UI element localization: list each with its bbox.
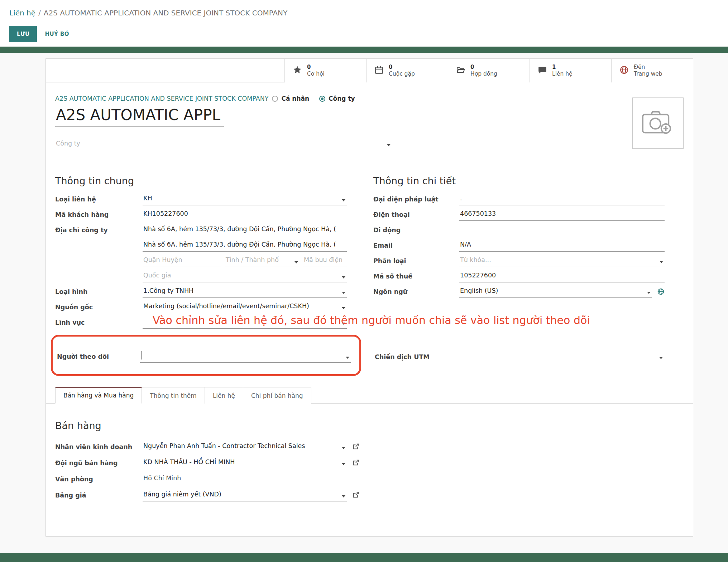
chevron-down-icon bbox=[660, 261, 663, 263]
detail-info-title: Thông tin chi tiết bbox=[373, 175, 665, 186]
pricelist-label: Bảng giá bbox=[55, 492, 143, 501]
address-street2-input[interactable]: Nhà số 6A, hẻm 135/73/3, đường Đội Cấn, … bbox=[143, 241, 347, 252]
camera-plus-icon bbox=[641, 108, 676, 138]
email-label: Email bbox=[373, 242, 459, 252]
breadcrumb-separator: / bbox=[38, 9, 41, 17]
contracts-label: Hợp đồng bbox=[470, 71, 497, 77]
pricelist-select[interactable]: Bảng giá niêm yết (VND) bbox=[143, 491, 347, 501]
chevron-down-icon bbox=[342, 292, 345, 294]
phone-input[interactable]: 466750133 bbox=[459, 210, 665, 221]
go-to-website-button[interactable]: Đến Trang web bbox=[611, 59, 693, 82]
followers-input[interactable] bbox=[140, 352, 351, 363]
notebook-tabs: Bán hàng và Mua hàng Thông tin thêm Liên… bbox=[46, 387, 693, 404]
website-line2: Trang web bbox=[634, 71, 662, 77]
chevron-down-icon bbox=[647, 292, 651, 294]
office-label: Văn phòng bbox=[55, 476, 143, 485]
chevron-down-icon bbox=[342, 447, 345, 449]
contact-type-label: Loại liên hệ bbox=[55, 196, 143, 205]
tags-input[interactable]: Từ khóa... bbox=[459, 256, 665, 267]
form-columns: Thông tin chung Loại liên hệ KH Mã khách… bbox=[55, 175, 665, 329]
annotation-text: Vào chỉnh sửa liên hệ đó, sau đó thêm ng… bbox=[153, 314, 590, 327]
chevron-down-icon bbox=[387, 144, 391, 146]
customer-code-label: Mã khách hàng bbox=[55, 211, 143, 221]
top-header: Liên hệ/A2S AUTOMATIC APPLICATION AND SE… bbox=[0, 0, 728, 47]
mobile-input[interactable] bbox=[459, 225, 665, 236]
company-type-row: A2S AUTOMATIC APPLICATION AND SERVICE JO… bbox=[55, 95, 355, 102]
parent-company-input[interactable]: Công ty bbox=[55, 138, 392, 150]
address-street-input[interactable]: Nhà số 6A, hẻm 135/73/3, đường Đội Cấn, … bbox=[143, 225, 347, 236]
contacts-stat-button[interactable]: 1 Liên hệ bbox=[530, 59, 611, 82]
tab-extra-info[interactable]: Thông tin thêm bbox=[142, 387, 205, 404]
city-select[interactable]: Tỉnh / Thành phố bbox=[225, 256, 299, 267]
meetings-label: Cuộc gặp bbox=[389, 71, 415, 77]
company-photo-upload[interactable] bbox=[632, 97, 684, 149]
radio-individual[interactable]: Cá nhân bbox=[272, 95, 309, 102]
tax-code-input[interactable]: 105227600 bbox=[459, 272, 665, 282]
tags-label: Phân loại bbox=[373, 257, 459, 267]
chevron-down-icon bbox=[342, 307, 345, 309]
zip-input[interactable]: Mã bưu điện bbox=[303, 256, 347, 267]
company-name-input[interactable]: A2S AUTOMATIC APPL bbox=[55, 106, 224, 127]
calendar-icon bbox=[374, 65, 384, 76]
discard-button[interactable]: HUỶ BỎ bbox=[45, 31, 69, 37]
breadcrumb-contacts-link[interactable]: Liên hệ bbox=[9, 9, 35, 17]
chat-icon bbox=[538, 65, 547, 76]
industry-label: Lĩnh vực bbox=[55, 319, 143, 329]
contracts-stat-button[interactable]: 0 Hợp đồng bbox=[448, 59, 530, 82]
sales-team-select[interactable]: KD NHÀ THẦU - HỒ CHÍ MINH bbox=[143, 458, 347, 469]
external-link-icon[interactable] bbox=[353, 443, 359, 451]
opportunities-count: 0 bbox=[307, 64, 325, 71]
customer-code-value: KH105227600 bbox=[143, 210, 347, 221]
chevron-down-icon bbox=[342, 199, 345, 201]
salesperson-select[interactable]: Nguyễn Phan Anh Tuấn - Contractor Techni… bbox=[143, 442, 347, 453]
opportunities-stat-button[interactable]: 0 Cơ hội bbox=[284, 59, 366, 82]
radio-company[interactable]: Công ty bbox=[319, 95, 355, 102]
contact-type-select[interactable]: KH bbox=[143, 195, 347, 205]
tab-contacts[interactable]: Liên hệ bbox=[205, 387, 243, 404]
source-label: Nguồn gốc bbox=[55, 304, 143, 313]
chevron-down-icon bbox=[346, 357, 349, 359]
contacts-count: 1 bbox=[552, 64, 573, 71]
followers-highlight-box: Người theo dõi bbox=[51, 335, 361, 376]
legal-rep-label: Đại diện pháp luật bbox=[373, 196, 459, 205]
meetings-stat-button[interactable]: 0 Cuộc gặp bbox=[366, 59, 448, 82]
breadcrumb: Liên hệ/A2S AUTOMATIC APPLICATION AND SE… bbox=[9, 9, 287, 17]
star-icon bbox=[293, 65, 302, 76]
legal-rep-input[interactable]: . bbox=[459, 195, 665, 205]
chevron-down-icon bbox=[659, 357, 663, 359]
save-button[interactable]: LƯU bbox=[9, 26, 37, 42]
source-select[interactable]: Marketing (social/hotline/email/event/se… bbox=[143, 303, 347, 313]
chevron-down-icon bbox=[294, 261, 298, 263]
company-form-label: Loại hình bbox=[55, 288, 143, 298]
radio-individual-label: Cá nhân bbox=[281, 95, 309, 102]
followers-label: Người theo dõi bbox=[57, 353, 140, 363]
salesperson-label: Nhân viên kinh doanh bbox=[55, 443, 143, 453]
form-action-buttons: LƯU HUỶ BỎ bbox=[9, 26, 69, 42]
sales-section: Bán hàng Nhân viên kinh doanh Nguyễn Pha… bbox=[55, 420, 385, 501]
followers-utm-row: Người theo dõi Chiến dịch UTM bbox=[51, 335, 664, 376]
related-company-link[interactable]: A2S AUTOMATIC APPLICATION AND SERVICE JO… bbox=[55, 95, 268, 102]
utm-campaign-input[interactable] bbox=[461, 352, 664, 363]
tab-sales-cost[interactable]: Chi phí bán hàng bbox=[243, 387, 311, 404]
language-select[interactable]: English (US) bbox=[459, 287, 652, 298]
district-input[interactable]: Quận Huyện bbox=[143, 256, 221, 267]
radio-checked-icon bbox=[319, 96, 325, 102]
website-line1: Đến bbox=[634, 64, 662, 71]
breadcrumb-current: A2S AUTOMATIC APPLICATION AND SERVICE JO… bbox=[44, 9, 288, 17]
phone-label: Điện thoại bbox=[373, 211, 459, 221]
top-green-band bbox=[0, 47, 728, 53]
company-form-select[interactable]: 1.Công ty TNHH bbox=[143, 287, 347, 298]
contacts-label: Liên hệ bbox=[552, 71, 573, 77]
general-info-title: Thông tin chung bbox=[55, 175, 347, 186]
globe-icon bbox=[619, 65, 629, 76]
external-link-icon[interactable] bbox=[353, 491, 359, 500]
chevron-down-icon bbox=[342, 463, 345, 465]
stat-button-bar: 0 Cơ hội 0 Cuộc gặp 0 Hợp đồ bbox=[46, 59, 693, 82]
chevron-down-icon bbox=[342, 276, 345, 278]
language-label: Ngôn ngữ bbox=[373, 288, 459, 298]
tab-sales-purchases[interactable]: Bán hàng và Mua hàng bbox=[55, 387, 142, 404]
country-select[interactable]: Quốc gia bbox=[143, 272, 347, 282]
email-input[interactable]: N/A bbox=[459, 241, 665, 252]
parent-company-placeholder: Công ty bbox=[56, 140, 80, 147]
external-link-icon[interactable] bbox=[353, 459, 359, 467]
